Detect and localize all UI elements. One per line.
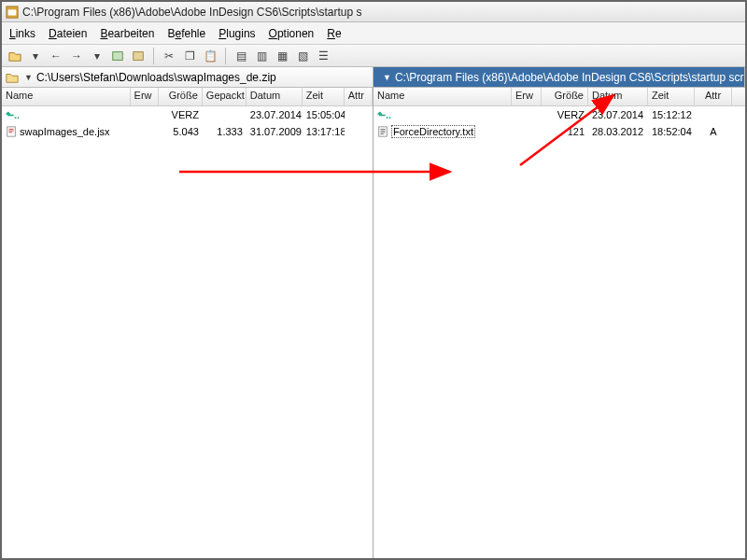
file-name: swapImages_de.jsx: [20, 126, 110, 137]
col-attr[interactable]: Attr: [695, 88, 732, 105]
svg-rect-5: [379, 127, 388, 136]
svg-rect-3: [134, 51, 144, 60]
dropdown-icon[interactable]: ▼: [24, 73, 33, 82]
app-icon: [6, 6, 19, 19]
col-time[interactable]: Zeit: [648, 88, 695, 105]
menu-dateien[interactable]: Dateien: [49, 27, 87, 40]
tb-copy-icon[interactable]: ❐: [180, 47, 199, 65]
text-file-icon: [377, 126, 388, 137]
menu-rechts[interactable]: Re: [327, 27, 341, 40]
tb-cut-icon[interactable]: ✂: [160, 47, 178, 65]
tb-fwd-icon[interactable]: →: [67, 47, 86, 65]
updir-row[interactable]: ⬑.. VERZ 23.07.2014 15:05:04: [2, 106, 373, 123]
path-left[interactable]: ▼ C:\Users\Stefan\Downloads\swapImages_d…: [2, 67, 374, 87]
col-date[interactable]: Datum: [588, 88, 648, 105]
panel-left: Name Erw Größe Gepackt Datum Zeit Attr ⬑…: [2, 88, 374, 558]
folder-icon: [6, 71, 19, 84]
menu-optionen[interactable]: Optionen: [269, 27, 315, 40]
col-name[interactable]: Name: [374, 88, 512, 105]
col-packed[interactable]: Gepackt: [203, 88, 247, 105]
updir-icon: ⬑..: [6, 109, 20, 121]
tb-view1-icon[interactable]: ▤: [232, 47, 250, 65]
tb-tree-icon[interactable]: ☰: [314, 47, 332, 65]
menu-plugins[interactable]: Plugins: [218, 27, 255, 40]
column-headers-left: Name Erw Größe Gepackt Datum Zeit Attr: [2, 88, 373, 106]
tb-back-icon[interactable]: ←: [47, 47, 65, 65]
menu-bearbeiten[interactable]: Bearbeiten: [100, 27, 154, 40]
svg-rect-2: [113, 51, 123, 60]
window-title: C:\Program Files (x86)\Adobe\Adobe InDes…: [22, 6, 362, 19]
tb-view3-icon[interactable]: ▦: [273, 47, 291, 65]
col-name[interactable]: Name: [2, 88, 131, 105]
menu-links[interactable]: LLinksinks: [9, 27, 35, 40]
col-size[interactable]: Größe: [159, 88, 203, 105]
path-right[interactable]: ▼ C:\Program Files (x86)\Adobe\Adobe InD…: [374, 67, 745, 87]
col-size[interactable]: Größe: [542, 88, 588, 105]
tb-paste-icon[interactable]: 📋: [201, 47, 219, 65]
toolbar-separator: [153, 48, 154, 64]
column-headers-right: Name Erw Größe Datum Zeit Attr: [374, 88, 745, 106]
tb-view4-icon[interactable]: ▧: [293, 47, 312, 65]
updir-icon: ⬑..: [377, 109, 391, 121]
content: Name Erw Größe Gepackt Datum Zeit Attr ⬑…: [2, 88, 745, 558]
file-row[interactable]: swapImages_de.jsx 5.043 1.333 31.07.2009…: [2, 123, 373, 140]
tb-dropdown-icon[interactable]: ▾: [26, 47, 45, 65]
panel-right: Name Erw Größe Datum Zeit Attr ⬑.. VERZ …: [374, 88, 745, 558]
tb-dropdown2-icon[interactable]: ▾: [88, 47, 106, 65]
file-name: ForceDirectory.txt: [391, 125, 475, 138]
script-file-icon: [6, 126, 17, 137]
dropdown-icon[interactable]: ▼: [383, 73, 391, 82]
col-attr[interactable]: Attr: [345, 88, 373, 105]
col-time[interactable]: Zeit: [303, 88, 345, 105]
col-date[interactable]: Datum: [247, 88, 303, 105]
path-left-text: C:\Users\Stefan\Downloads\swapImages_de.…: [36, 71, 276, 84]
title-bar: C:\Program Files (x86)\Adobe\Adobe InDes…: [2, 2, 745, 22]
col-ext[interactable]: Erw: [131, 88, 159, 105]
menu-befehle[interactable]: Befehle: [167, 27, 205, 40]
svg-rect-4: [7, 127, 16, 136]
tb-unpack-icon[interactable]: [129, 47, 148, 65]
file-list-left[interactable]: ⬑.. VERZ 23.07.2014 15:05:04 swapImages_…: [2, 106, 373, 558]
toolbar: ▾ ← → ▾ ✂ ❐ 📋 ▤ ▥ ▦ ▧ ☰: [2, 45, 745, 67]
updir-row[interactable]: ⬑.. VERZ 23.07.2014 15:12:12: [374, 106, 745, 123]
path-right-text: C:\Program Files (x86)\Adobe\Adobe InDes…: [395, 71, 745, 84]
tb-view2-icon[interactable]: ▥: [252, 47, 271, 65]
col-ext[interactable]: Erw: [512, 88, 542, 105]
tb-open-icon[interactable]: [6, 47, 24, 65]
path-row: ▼ C:\Users\Stefan\Downloads\swapImages_d…: [2, 67, 745, 88]
file-row[interactable]: ForceDirectory.txt 121 28.03.2012 18:52:…: [374, 123, 745, 140]
svg-rect-1: [8, 9, 17, 15]
tb-pack-icon[interactable]: [108, 47, 127, 65]
menu-bar: LLinksinks Dateien Bearbeiten Befehle Pl…: [2, 22, 745, 45]
toolbar-separator: [225, 48, 226, 64]
file-list-right[interactable]: ⬑.. VERZ 23.07.2014 15:12:12 ForceDirect…: [374, 106, 745, 558]
